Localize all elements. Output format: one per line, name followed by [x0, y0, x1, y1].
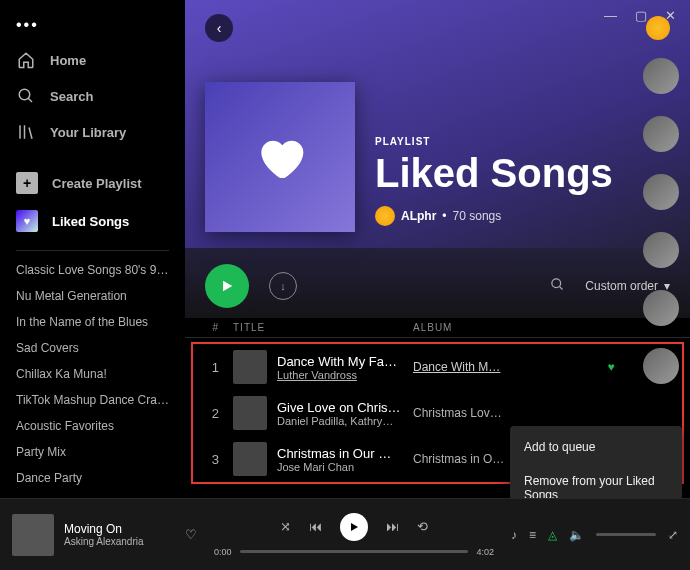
repeat-button[interactable]: ⟲ [417, 519, 428, 534]
search-tracks-button[interactable] [550, 277, 565, 296]
track-liked-icon[interactable]: ♥ [596, 360, 626, 374]
track-name: Give Love on Chris… [277, 400, 413, 415]
now-playing-art[interactable] [12, 514, 54, 556]
heart-icon [252, 129, 308, 185]
svg-line-1 [28, 98, 32, 102]
play-pause-button[interactable] [340, 513, 368, 541]
next-button[interactable]: ⏭ [386, 519, 399, 534]
track-number: 3 [205, 452, 233, 467]
seek-bar[interactable] [240, 550, 469, 553]
lyrics-button[interactable]: ♪ [511, 528, 517, 542]
track-row[interactable]: 1Dance With My Fa…Luther VandrossDance W… [193, 344, 682, 390]
back-button[interactable]: ‹ [205, 14, 233, 42]
shuffle-button[interactable]: ⤨ [280, 519, 291, 534]
nav-liked-songs[interactable]: ♥ Liked Songs [0, 202, 185, 240]
svg-line-4 [29, 128, 32, 139]
download-button[interactable]: ↓ [269, 272, 297, 300]
friends-activity [632, 32, 690, 384]
song-count: 70 songs [453, 209, 502, 223]
menu-dots[interactable]: ••• [0, 8, 185, 42]
track-album[interactable]: Dance With M… [413, 360, 596, 374]
track-art [233, 442, 267, 476]
nav-create-label: Create Playlist [52, 176, 142, 191]
sidebar: ••• Home Search Your Library + Create Pl… [0, 0, 185, 570]
playlist-item[interactable]: TikTok Mashup Dance Craze… [0, 387, 185, 413]
nav-create-playlist[interactable]: + Create Playlist [0, 164, 185, 202]
library-icon [16, 122, 36, 142]
track-number: 2 [205, 406, 233, 421]
playlist-item[interactable]: Chillax Ka Muna! [0, 361, 185, 387]
close-button[interactable]: ✕ [665, 8, 676, 23]
nav-search[interactable]: Search [0, 78, 185, 114]
now-playing-title[interactable]: Moving On [64, 522, 175, 536]
nav-liked-label: Liked Songs [52, 214, 129, 229]
queue-button[interactable]: ≡ [529, 528, 536, 542]
svg-point-5 [552, 278, 561, 287]
track-name: Christmas in Our … [277, 446, 413, 461]
home-icon [16, 50, 36, 70]
playlist-label: PLAYLIST [375, 136, 613, 147]
playlist-meta: ALphr • 70 songs [375, 206, 613, 226]
heart-icon: ♥ [16, 210, 38, 232]
window-titlebar: — ▢ ✕ [590, 0, 690, 30]
nav-search-label: Search [50, 89, 93, 104]
like-button[interactable]: ♡ [185, 527, 197, 542]
friend-avatar[interactable] [643, 290, 679, 326]
maximize-button[interactable]: ▢ [635, 8, 647, 23]
playlist-title: Liked Songs [375, 151, 613, 196]
nav-home-label: Home [50, 53, 86, 68]
track-album[interactable]: Christmas Lov… [413, 406, 596, 420]
friend-avatar[interactable] [643, 58, 679, 94]
friend-avatar[interactable] [643, 348, 679, 384]
minimize-button[interactable]: — [604, 8, 617, 23]
track-artist[interactable]: Jose Mari Chan [277, 461, 413, 473]
col-title: TITLE [233, 322, 413, 333]
nav-home[interactable]: Home [0, 42, 185, 78]
playlist-item[interactable]: In the Name of the Blues [0, 309, 185, 335]
hero: ‹ PLAYLIST Liked Songs ALphr • 70 songs [185, 0, 690, 248]
playlist-item[interactable]: Acoustic Favorites [0, 413, 185, 439]
play-button[interactable] [205, 264, 249, 308]
track-art [233, 350, 267, 384]
nav-library-label: Your Library [50, 125, 126, 140]
svg-line-6 [560, 286, 563, 289]
volume-bar[interactable] [596, 533, 656, 536]
playlist-item[interactable]: Nu Metal Generation [0, 283, 185, 309]
playlist-item[interactable]: Sad Covers [0, 335, 185, 361]
track-art [233, 396, 267, 430]
track-number: 1 [205, 360, 233, 375]
toolbar: ↓ Custom order ▾ [185, 248, 690, 318]
cm-add-queue[interactable]: Add to queue [510, 430, 682, 464]
track-artist[interactable]: Daniel Padilla, Kathry… [277, 415, 413, 427]
playlist-item[interactable]: Dance Party [0, 465, 185, 491]
time-total: 4:02 [476, 547, 494, 557]
search-icon [16, 86, 36, 106]
playlist-item[interactable]: Party Mix [0, 439, 185, 465]
time-current: 0:00 [214, 547, 232, 557]
table-header: # TITLE ALBUM [185, 318, 690, 338]
playlist-item[interactable]: Classic Love Songs 80's 90's [0, 257, 185, 283]
friend-avatar[interactable] [643, 116, 679, 152]
friend-avatar[interactable] [643, 232, 679, 268]
track-name: Dance With My Fa… [277, 354, 413, 369]
owner-avatar [375, 206, 395, 226]
prev-button[interactable]: ⏮ [309, 519, 322, 534]
col-number: # [205, 322, 233, 333]
sidebar-divider [16, 250, 169, 251]
nav-library[interactable]: Your Library [0, 114, 185, 150]
now-playing-artist[interactable]: Asking Alexandria [64, 536, 175, 547]
owner-name[interactable]: ALphr [401, 209, 436, 223]
track-artist[interactable]: Luther Vandross [277, 369, 413, 381]
volume-icon[interactable]: 🔈 [569, 528, 584, 542]
fullscreen-button[interactable]: ⤢ [668, 528, 678, 542]
plus-icon: + [16, 172, 38, 194]
friend-avatar[interactable] [643, 174, 679, 210]
devices-button[interactable]: ◬ [548, 528, 557, 542]
now-playing-bar: Moving On Asking Alexandria ♡ ⤨ ⏮ ⏭ ⟲ 0:… [0, 498, 690, 570]
playlist-cover [205, 82, 355, 232]
svg-point-0 [19, 89, 30, 100]
